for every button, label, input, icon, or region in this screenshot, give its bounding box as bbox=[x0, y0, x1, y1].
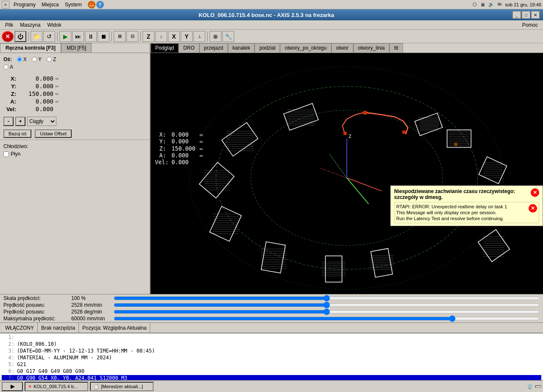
feed-override-button[interactable]: ↕ bbox=[155, 31, 167, 42]
trash-icon: 🗑️ bbox=[527, 384, 533, 389]
speed-row-1: Prędkość posuwu: 2528 mm/min bbox=[3, 302, 540, 308]
menu-miejsca[interactable]: Miejsca bbox=[39, 1, 62, 8]
error-line-3: Run the Latency Test and resolve before … bbox=[396, 216, 507, 221]
speed-scale-slider[interactable] bbox=[114, 295, 540, 301]
firefox-icon: 🦊 bbox=[88, 1, 95, 8]
reload-button[interactable]: ↺ bbox=[43, 31, 55, 42]
feed-rate-mm-slider[interactable] bbox=[114, 302, 540, 308]
tab-podzial[interactable]: podzial bbox=[255, 43, 280, 53]
taskbar: ▶ ✕ KOLO_006.715.4 b... 📋 [Menedżer aktu… bbox=[0, 380, 543, 392]
xpos-button[interactable]: X bbox=[168, 31, 180, 42]
open-file-button[interactable]: 📁 bbox=[31, 31, 42, 42]
power-button[interactable]: ⏻ bbox=[14, 31, 26, 42]
coords-display: X: 0.000 ⇔ Y: 0.000 ⇔ Z: 150.000 ⇔ A: 0.… bbox=[0, 73, 150, 115]
svg-text:⇔: ⇔ bbox=[199, 132, 203, 138]
tab-podglad[interactable]: Podgląd bbox=[151, 43, 179, 53]
error-detail-row-1: RTAPI: ERROR: Unexpected realtime delay … bbox=[396, 204, 537, 221]
pause-button[interactable]: ⏸ bbox=[85, 31, 97, 42]
tab-przejazd[interactable]: przejazd bbox=[199, 43, 228, 53]
jog-minus-button[interactable]: - bbox=[3, 117, 14, 126]
tab-otwor[interactable]: otwor bbox=[331, 43, 353, 53]
toolbar-sep-4 bbox=[140, 31, 141, 42]
window-title: KOLO_006.10.715.4 bose.nc - AXIS 2.5.3 n… bbox=[20, 12, 512, 18]
bluetooth-icon: ⬡ bbox=[473, 2, 477, 7]
tab-otwory-po-okregu[interactable]: otwory_po_okregu bbox=[280, 43, 331, 53]
status-power: WŁĄCZONY bbox=[2, 323, 38, 333]
axis-a-radio[interactable]: A bbox=[3, 64, 146, 70]
bazuj-os-button[interactable]: Bazuj oś bbox=[3, 129, 31, 138]
axis-x-radio[interactable]: X bbox=[17, 56, 27, 62]
error-close-button-1[interactable]: ✕ bbox=[531, 188, 539, 197]
right-tabs-bar: Podgląd DRO przejazd kanalek podzial otw… bbox=[151, 43, 543, 53]
svg-text:⇔: ⇔ bbox=[199, 152, 203, 159]
coolant-checkbox[interactable] bbox=[3, 151, 9, 157]
step-button[interactable]: ⏭ bbox=[72, 31, 84, 42]
max-speed-slider[interactable] bbox=[114, 316, 540, 322]
max-speed-label: Maksymalna prędkość: bbox=[3, 316, 71, 322]
maximize-button[interactable]: □ bbox=[522, 11, 530, 19]
help-icon[interactable]: ? bbox=[96, 1, 104, 8]
tab-otwory-linia[interactable]: otwory_linia bbox=[353, 43, 389, 53]
datetime: sob 21 gru, 19:46 bbox=[505, 2, 541, 7]
close-button[interactable]: ✕ bbox=[531, 11, 540, 19]
system-logo: A bbox=[2, 1, 9, 8]
menu-system[interactable]: System bbox=[62, 1, 84, 8]
menu-maszyna[interactable]: Maszyna bbox=[17, 21, 44, 29]
tab-mdi[interactable]: MDI [F5] bbox=[61, 43, 92, 53]
optpause-button[interactable]: ⊟ bbox=[126, 31, 138, 42]
jog-mode-select[interactable]: Ciągły Krokowy bbox=[27, 117, 56, 126]
zpos-button[interactable]: ⊥ bbox=[193, 31, 205, 42]
ustaw-offset-button[interactable]: Ustaw Offset bbox=[35, 129, 72, 138]
jog-plus-button[interactable]: + bbox=[15, 117, 25, 126]
feed-rate-deg-value: 2528 deg/min bbox=[71, 309, 114, 315]
coord-vel: Vel: 0.000 bbox=[3, 106, 146, 112]
speed-scale-value: 100 % bbox=[71, 295, 114, 301]
tab-kanalek[interactable]: kanalek bbox=[228, 43, 255, 53]
taskbar-icon-manager: 📋 bbox=[93, 384, 99, 389]
svg-text:Z:: Z: bbox=[160, 146, 166, 152]
error-close-button-2[interactable]: ✕ bbox=[529, 204, 537, 213]
menu-programy[interactable]: Programy bbox=[11, 1, 38, 8]
menu-plik[interactable]: Plik bbox=[2, 21, 17, 29]
content-area: Ręczna kontrola [F3] MDI [F5] Oś: X Y Z bbox=[0, 43, 543, 294]
start-button[interactable]: ▶ bbox=[2, 382, 23, 391]
blockdelete-button[interactable]: ⊠ bbox=[114, 31, 126, 42]
feed-rate-deg-slider[interactable] bbox=[114, 309, 540, 315]
taskbar-item-axis[interactable]: ✕ KOLO_006.715.4 b... bbox=[25, 382, 88, 391]
stop-button[interactable]: ⏹ bbox=[98, 31, 109, 42]
axis-z-radio[interactable]: Z bbox=[47, 56, 56, 62]
svg-text:0.000: 0.000 bbox=[171, 138, 188, 145]
run-button[interactable]: ▶ bbox=[59, 31, 71, 42]
menu-pomoc[interactable]: Pomoc bbox=[519, 21, 541, 29]
error-line-2: This Message will only display once per … bbox=[396, 210, 507, 215]
menu-widok[interactable]: Widok bbox=[44, 21, 64, 29]
coord-y: Y: 0.000 ⇔ bbox=[3, 83, 146, 90]
tab-manual-control[interactable]: Ręczna kontrola [F3] bbox=[0, 43, 61, 53]
tab-dro[interactable]: DRO bbox=[179, 43, 199, 53]
speed-row-3: Maksymalna prędkość: 60000 mm/min bbox=[3, 316, 540, 322]
coolant-label: Chłodziwo: bbox=[3, 143, 146, 149]
taskbar-item-manager[interactable]: 📋 [Menedżer aktuali...] bbox=[90, 382, 154, 391]
estop-button[interactable]: ✕ bbox=[2, 31, 14, 42]
left-panel: Ręczna kontrola [F3] MDI [F5] Oś: X Y Z bbox=[0, 43, 151, 294]
error-line-1: RTAPI: ERROR: Unexpected realtime delay … bbox=[396, 204, 507, 209]
minimize-button[interactable]: _ bbox=[512, 11, 521, 19]
coord-a: A: 0.000 ⇔ bbox=[3, 98, 146, 105]
code-line-6: 6: G0 G17 G40 G49 G80 G90 bbox=[2, 368, 541, 375]
tab-ttt[interactable]: ttt bbox=[389, 43, 403, 53]
toolbar: ✕ ⏻ 📁 ↺ ▶ ⏭ ⏸ ⏹ ⊠ ⊟ Z ↕ X Y ⊥ ⊗ 🔧 bbox=[0, 30, 543, 43]
speed-panel: Skala prędkości: 100 % Prędkość posuwu: … bbox=[0, 294, 543, 322]
touchtool-z-button[interactable]: Z bbox=[143, 31, 154, 42]
probe-button[interactable]: ⊗ bbox=[210, 31, 221, 42]
max-speed-value: 60000 mm/min bbox=[71, 316, 114, 322]
misc-button[interactable]: 🔧 bbox=[222, 31, 234, 42]
axis-y-radio[interactable]: Y bbox=[32, 56, 42, 62]
email-icon: ✉ bbox=[498, 2, 501, 7]
toolbar-sep-3 bbox=[111, 31, 112, 42]
ypos-button[interactable]: Y bbox=[181, 31, 193, 42]
system-clock: ⬡ 🖥 🔊 ✉ sob 21 gru, 19:46 bbox=[473, 2, 541, 7]
error-row-1: Niespodziewane zachwianie czasu rzeczywi… bbox=[394, 188, 539, 200]
axis-label: Oś: bbox=[3, 56, 12, 62]
jog-section: - + Ciągły Krokowy bbox=[0, 115, 150, 128]
statusbar: WŁĄCZONY Brak narzędzia Pozycja: Względn… bbox=[0, 322, 543, 333]
